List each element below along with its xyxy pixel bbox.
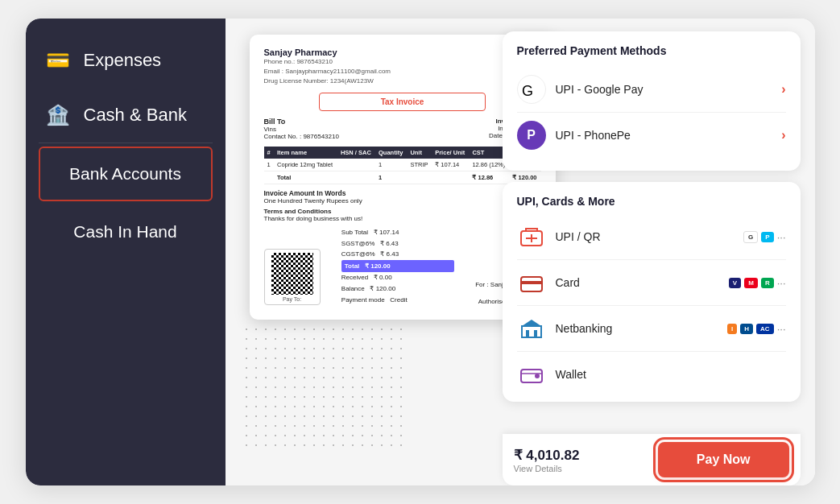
- preferred-title: Preferred Payment Methods: [517, 44, 786, 57]
- sidebar-item-cashbank-label: Cash & Bank: [84, 105, 187, 126]
- wallet-icon: [517, 360, 546, 389]
- bill-to-block: Bill To Vins Contact No. : 9876543210: [264, 118, 339, 140]
- netbanking-icon: [517, 314, 546, 343]
- expenses-icon: 💳: [45, 48, 71, 73]
- main-content: Sanjay Pharmacy Phone no.: 9876543210 Em…: [226, 19, 815, 485]
- pay-amount-value: ₹ 4,010.82: [514, 447, 580, 464]
- card-row[interactable]: Card V M R ···: [517, 260, 786, 306]
- invoice-table: # Item name HSN / SAC Quantity Unit Pric…: [264, 147, 541, 184]
- sidebar-divider: [39, 143, 213, 143]
- balance-row: Balance ₹ 120.00: [341, 283, 454, 295]
- rupay-logo: R: [761, 278, 774, 288]
- gpay-chevron: ›: [781, 82, 785, 97]
- card-name: Card: [556, 276, 729, 289]
- pharmacy-phone: Phone no.: 9876543210: [264, 57, 391, 67]
- gpay-name: UPI - Google Pay: [556, 83, 782, 96]
- sidebar-item-expenses[interactable]: 💳 Expenses: [26, 33, 226, 88]
- svg-rect-9: [534, 330, 537, 337]
- col-item: Item name: [274, 147, 337, 159]
- wallet-row[interactable]: Wallet: [517, 352, 786, 397]
- amount-words-label: Invoice Amount In Words: [264, 189, 346, 197]
- pay-now-button[interactable]: Pay Now: [658, 442, 789, 477]
- more-logos-dots: ···: [777, 231, 786, 243]
- upi-cards-card: UPI, Cards & More UPI / QR G P: [503, 182, 801, 402]
- payment-mode-row: Payment mode Credit: [341, 295, 454, 306]
- card-logos: V M R ···: [729, 277, 786, 289]
- netbanking-row[interactable]: Netbanking I H AC ···: [517, 306, 786, 352]
- svg-rect-5: [521, 281, 542, 284]
- view-details-link[interactable]: View Details: [514, 464, 580, 473]
- main-window: 💳 Expenses 🏦 Cash & Bank Bank Accounts C…: [26, 19, 815, 485]
- sidebar: 💳 Expenses 🏦 Cash & Bank Bank Accounts C…: [26, 19, 226, 485]
- dot-grid-decoration: [242, 324, 403, 453]
- upi-qr-icon: [517, 222, 546, 251]
- pharmacy-email: Email : Sanjaypharmacy211100@gmail.com: [264, 67, 391, 76]
- table-row: 1 Copride 12mg Tablet 1 STRIP ₹ 107.14 1…: [264, 159, 541, 171]
- col-qty: Quantity: [375, 147, 407, 159]
- payment-panel: Preferred Payment Methods G UPI - Google…: [503, 31, 801, 402]
- terms-block: Terms and Conditions Thanks for doing bu…: [264, 208, 541, 222]
- svg-rect-8: [526, 330, 529, 337]
- svg-text:G: G: [522, 83, 533, 99]
- hdfc-logo: H: [740, 324, 753, 334]
- customer-name: Vins: [264, 126, 276, 133]
- sidebar-cash-in-hand[interactable]: Cash In Hand: [26, 204, 226, 259]
- invoice-header: Sanjay Pharmacy Phone no.: 9876543210 Em…: [264, 48, 541, 86]
- upi-qr-row[interactable]: UPI / QR G P ···: [517, 214, 786, 260]
- svg-marker-7: [522, 320, 541, 326]
- col-price: Price/ Unit: [432, 147, 469, 159]
- visa-logo: V: [729, 278, 741, 288]
- qr-section: Pay To:: [264, 249, 321, 305]
- card-icon: [517, 268, 546, 297]
- phonepe-icon: P: [517, 121, 546, 150]
- upi-cards-title: UPI, Cards & More: [517, 195, 786, 208]
- netbanking-name: Netbanking: [556, 322, 728, 335]
- bank-more-dots: ···: [777, 323, 786, 335]
- sgst-row: SGST@6% ₹ 6.43: [341, 238, 454, 250]
- col-hsn: HSN / SAC: [337, 147, 375, 159]
- netbanking-logos: I H AC ···: [727, 323, 785, 335]
- icici-logo: I: [727, 324, 737, 334]
- pay-to-label: Pay To:: [283, 296, 301, 302]
- pharmacy-license: Drug License Number: 1234(AW123W: [264, 76, 391, 86]
- cgst-row: CGST@6% ₹ 6.43: [341, 249, 454, 260]
- terms-text: Thanks for doing business with us!: [264, 215, 363, 222]
- amount-in-words-block: Invoice Amount In Words One Hundred Twen…: [264, 189, 541, 204]
- invoice-bill-row: Bill To Vins Contact No. : 9876543210 In…: [264, 118, 541, 140]
- received-row: Received ₹ 0.00: [341, 272, 454, 283]
- sidebar-item-expenses-label: Expenses: [84, 50, 162, 71]
- bank-icon: 🏦: [45, 102, 71, 128]
- sidebar-item-cashbank[interactable]: 🏦 Cash & Bank: [26, 88, 226, 143]
- bill-to-label: Bill To: [264, 118, 286, 126]
- phonepe-method-row[interactable]: P UPI - PhonePe ›: [517, 113, 786, 158]
- amount-words-value: One Hundred Twenty Rupees only: [264, 197, 362, 204]
- customer-contact: Contact No. : 9876543210: [264, 133, 339, 140]
- table-total-row: Total 1 ₹ 12.86 ₹ 120.00: [264, 171, 541, 184]
- invoice-footer: Pay To: Sub Total ₹ 107.14 SGST@6% ₹ 6.4…: [264, 227, 541, 305]
- gpay-icon: G: [517, 75, 546, 104]
- qr-code-image: [271, 253, 313, 295]
- tax-invoice-button[interactable]: Tax Invoice: [319, 93, 485, 111]
- upi-logos: G P ···: [743, 231, 785, 243]
- ac-logo: AC: [756, 324, 774, 334]
- pay-amount-block: ₹ 4,010.82 View Details: [514, 447, 580, 473]
- gpay-method-row[interactable]: G UPI - Google Pay ›: [517, 67, 786, 113]
- svg-rect-6: [522, 326, 541, 337]
- pay-now-bar: ₹ 4,010.82 View Details Pay Now: [503, 434, 801, 485]
- preferred-methods-card: Preferred Payment Methods G UPI - Google…: [503, 31, 801, 171]
- subtotal-row: Sub Total ₹ 107.14: [341, 227, 454, 238]
- qr-code-box: Pay To:: [264, 249, 321, 305]
- col-unit: Unit: [407, 147, 432, 159]
- subtotals-block: Sub Total ₹ 107.14 SGST@6% ₹ 6.43 CGST@6…: [341, 227, 454, 305]
- terms-label: Terms and Conditions: [264, 208, 332, 215]
- svg-point-11: [535, 374, 540, 378]
- wallet-name: Wallet: [556, 368, 786, 381]
- sidebar-bank-accounts[interactable]: Bank Accounts: [39, 147, 213, 201]
- pharmacy-info: Sanjay Pharmacy Phone no.: 9876543210 Em…: [264, 48, 391, 86]
- pharmacy-name: Sanjay Pharmacy: [264, 48, 391, 57]
- col-num: #: [264, 147, 274, 159]
- upi-qr-name: UPI / QR: [556, 230, 744, 243]
- paytm-logo: P: [761, 232, 773, 242]
- card-more-dots: ···: [777, 277, 786, 289]
- phonepe-chevron: ›: [781, 128, 785, 143]
